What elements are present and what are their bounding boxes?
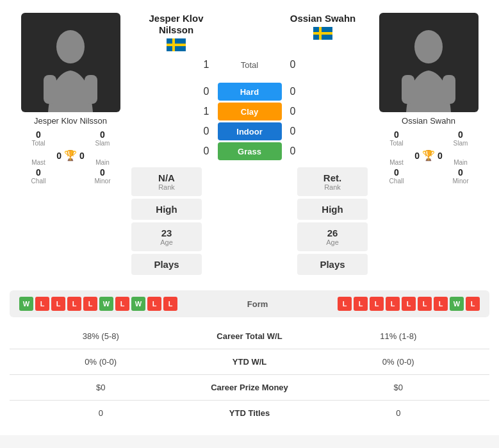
right-age-panel: 26 Age: [297, 222, 368, 251]
career-stat-center-1: YTD W/L: [186, 357, 314, 367]
svg-point-0: [56, 30, 85, 63]
career-stat-right-3: 0: [314, 408, 484, 418]
right-form-badges: LLLLLLLWL: [338, 297, 480, 311]
right-age-label: Age: [304, 238, 361, 246]
right-total-stat: 0 Total: [368, 129, 425, 147]
indoor-label: Indoor: [236, 127, 262, 137]
form-label: Form: [247, 299, 268, 309]
left-main-label: Main: [74, 159, 131, 166]
left-mast-label: Mast: [10, 159, 67, 166]
left-total-label: Total: [10, 140, 67, 147]
left-form-badge-l: L: [51, 297, 65, 311]
left-player-header: Jesper Klov Nilsson: [138, 13, 215, 54]
players-section: Jesper Klov Nilsson 0 Total 0 Slam 0 🏆 0…: [6, 6, 493, 284]
right-rank-value: Ret.: [304, 172, 361, 183]
clay-button: Clay: [218, 103, 282, 120]
svg-rect-4: [402, 75, 414, 104]
left-form-badge-l: L: [163, 297, 177, 311]
career-stat-center-3: YTD Titles: [186, 408, 314, 418]
career-stat-center-0: Career Total W/L: [186, 331, 314, 341]
career-stat-left-1: 0% (0-0): [16, 357, 186, 367]
left-player-avatar: [21, 13, 120, 112]
right-chall-value: 0: [368, 167, 425, 178]
left-minor-stat: 0 Minor: [74, 167, 131, 185]
surface-table: 0 Hard 0 1 Clay 0 0 Indoor: [131, 81, 368, 162]
right-chall-label: Chall: [368, 178, 425, 185]
indoor-right-score: 0: [282, 126, 304, 137]
right-form-badge-l: L: [386, 297, 400, 311]
right-player-avatar: [379, 13, 479, 112]
grass-left-score: 0: [195, 145, 218, 157]
right-form-badge-l: L: [466, 297, 480, 311]
form-section: WLLLLWLWLL Form LLLLLLLWL: [10, 290, 489, 317]
stats-panels: N/A Rank High 23 Age Plays: [131, 167, 368, 278]
left-form-badge-l: L: [67, 297, 81, 311]
svg-point-3: [414, 30, 443, 63]
left-chall-label: Chall: [10, 178, 67, 185]
clay-left-score: 1: [195, 106, 218, 117]
career-stat-row-0: 38% (5-8) Career Total W/L 11% (1-8): [10, 324, 489, 349]
right-main-label: Main: [432, 159, 489, 166]
right-minor-label: Minor: [432, 178, 489, 185]
right-slam-value: 0: [432, 129, 489, 140]
right-form-badge-w: W: [450, 297, 464, 311]
career-stat-left-2: $0: [16, 383, 186, 392]
svg-rect-1: [44, 75, 56, 104]
left-form-badge-l: L: [35, 297, 49, 311]
career-stat-row-2: $0 Career Prize Money $0: [10, 375, 489, 401]
left-form-badge-l: L: [147, 297, 161, 311]
right-slam-stat: 0 Slam: [432, 129, 489, 147]
right-high-value: High: [304, 204, 361, 215]
indoor-left-score: 0: [195, 126, 218, 137]
right-rank-label: Rank: [304, 183, 361, 191]
left-slam-label: Slam: [74, 140, 131, 147]
right-minor-stat: 0 Minor: [432, 167, 489, 185]
left-plays-panel: Plays: [131, 254, 202, 275]
career-stat-right-2: $0: [314, 383, 484, 392]
clay-label: Clay: [241, 107, 258, 117]
right-total-label: Total: [368, 140, 425, 147]
right-main-label-item: Main: [432, 159, 489, 166]
grass-button: Grass: [218, 142, 282, 160]
career-stat-row-1: 0% (0-0) YTD W/L 0% (0-0): [10, 349, 489, 375]
right-age-value: 26: [304, 228, 361, 238]
left-mast-label-item: Mast: [10, 159, 67, 166]
right-form-badge-l: L: [354, 297, 368, 311]
right-plays-panel: Plays: [297, 254, 368, 275]
grass-label: Grass: [238, 147, 261, 156]
left-player-flag: [167, 38, 186, 51]
hard-row: 0 Hard 0: [131, 83, 368, 101]
right-player-card: Ossian Swahn 0 Total 0 Slam 0 🏆 0 Mast: [368, 13, 489, 278]
right-high-panel: High: [297, 199, 368, 220]
left-rank-label: Rank: [138, 183, 195, 191]
right-form-badge-l: L: [370, 297, 384, 311]
left-player-stats: 0 Total 0 Slam 0 🏆 0 Mast Main: [10, 129, 131, 185]
left-high-value: High: [138, 204, 195, 215]
left-minor-value: 0: [74, 167, 131, 178]
right-player-name: Ossian Swahn: [402, 116, 455, 126]
right-total-value: 0: [368, 129, 425, 140]
right-form-badge-l: L: [338, 297, 352, 311]
grass-row: 0 Grass 0: [131, 142, 368, 160]
career-stat-center-2: Career Prize Money: [186, 383, 314, 392]
hard-button: Hard: [218, 83, 282, 101]
indoor-button: Indoor: [218, 122, 282, 140]
left-stats-panel: N/A Rank High 23 Age Plays: [131, 167, 202, 278]
career-stat-left-0: 38% (5-8): [16, 331, 186, 341]
total-row: 1 Total 0: [195, 59, 304, 71]
left-player-name: Jesper Klov Nilsson: [34, 116, 107, 126]
svg-rect-2: [85, 75, 97, 104]
right-form-badge-l: L: [402, 297, 416, 311]
left-player-silhouette: [38, 29, 102, 112]
left-minor-label: Minor: [74, 178, 131, 185]
right-slam-label: Slam: [432, 140, 489, 147]
left-player-card: Jesper Klov Nilsson 0 Total 0 Slam 0 🏆 0…: [10, 13, 131, 278]
right-mast-label: Mast: [368, 159, 425, 166]
right-plays-value: Plays: [304, 259, 361, 270]
career-stat-right-1: 0% (0-0): [314, 357, 484, 367]
right-rank-panel: Ret. Rank: [297, 167, 368, 196]
right-form-badge-l: L: [418, 297, 432, 311]
left-form-badge-l: L: [83, 297, 97, 311]
hard-left-score: 0: [195, 86, 218, 97]
right-player-stats: 0 Total 0 Slam 0 🏆 0 Mast Main: [368, 129, 489, 185]
